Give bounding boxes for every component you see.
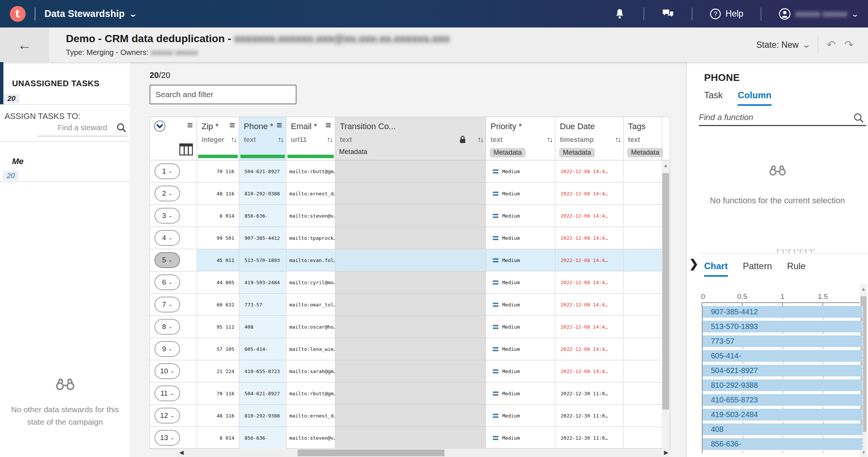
- cell-zip[interactable]: 21 224: [197, 360, 239, 382]
- cell-due-date[interactable]: 2022-12-08 14:4…: [555, 360, 623, 382]
- cell-tags[interactable]: [623, 316, 662, 338]
- cell-phone[interactable]: 907-385-4412: [239, 227, 286, 249]
- column-header-tags[interactable]: TagstextMetadata: [623, 117, 662, 160]
- cell-tags[interactable]: [623, 183, 662, 204]
- cell-due-date[interactable]: 2022-12-08 14:4…: [555, 183, 623, 204]
- cell-tags[interactable]: [623, 205, 662, 227]
- back-button[interactable]: ←: [0, 27, 49, 62]
- tab-chart[interactable]: Chart: [704, 261, 728, 277]
- cell-priority[interactable]: Medium: [486, 338, 555, 360]
- row-badge[interactable]: 13⌄: [154, 430, 180, 446]
- cell-due-date[interactable]: 2022-12-30 11:0…: [555, 405, 623, 427]
- cell-phone[interactable]: 856-636-: [239, 427, 286, 449]
- column-header-due[interactable]: Due Datetimestamp↑↓Metadata: [555, 117, 623, 160]
- cell-priority[interactable]: Medium: [486, 427, 555, 449]
- column-settings-icon[interactable]: [179, 143, 193, 155]
- sort-icon[interactable]: ↑↓: [278, 135, 283, 144]
- cell-zip[interactable]: 70 116: [197, 382, 239, 404]
- sort-icon[interactable]: ↑↓: [547, 135, 552, 144]
- messages-icon[interactable]: [662, 8, 674, 20]
- row-badge[interactable]: 10⌄: [154, 363, 180, 379]
- cell-zip[interactable]: 48 116: [197, 405, 239, 427]
- table-menu-icon[interactable]: ≡: [187, 119, 193, 131]
- cell-tags[interactable]: [623, 382, 662, 404]
- cell-priority[interactable]: Medium: [486, 227, 555, 249]
- cell-due-date[interactable]: 2022-12-08 14:4…: [555, 205, 623, 227]
- cell-priority[interactable]: Medium: [486, 360, 555, 382]
- cell-due-date[interactable]: 2022-12-30 11:0…: [555, 382, 623, 404]
- cell-zip[interactable]: 70 116: [197, 160, 239, 182]
- cell-phone[interactable]: 810-292-9388: [239, 183, 286, 204]
- cell-zip[interactable]: 45 011: [197, 249, 239, 271]
- tab-task[interactable]: Task: [704, 90, 723, 106]
- chart-bar[interactable]: 419-503-2484: [703, 409, 863, 420]
- chart-bar[interactable]: 605-414-: [703, 350, 863, 362]
- cell-priority[interactable]: Medium: [486, 249, 555, 271]
- cell-email[interactable]: mailto:ernest_d…: [286, 405, 335, 427]
- cell-zip[interactable]: 8 014: [197, 427, 239, 449]
- cell-priority[interactable]: Medium: [486, 316, 555, 338]
- cell-priority[interactable]: Medium: [486, 294, 555, 315]
- cell-tags[interactable]: [623, 160, 662, 182]
- column-menu-icon[interactable]: ≡: [326, 119, 331, 131]
- resize-handle[interactable]: [777, 250, 815, 253]
- cell-email[interactable]: mailto:ernest_d…: [286, 183, 335, 204]
- cell-tags[interactable]: [623, 294, 662, 315]
- select-all-dropdown-icon[interactable]: [154, 120, 166, 132]
- help-menu[interactable]: ? Help: [710, 8, 743, 20]
- cell-tags[interactable]: [623, 405, 662, 427]
- cell-phone[interactable]: 773-57: [239, 294, 286, 315]
- scroll-up-icon[interactable]: ▲: [662, 163, 670, 168]
- cell-phone[interactable]: 408: [239, 316, 286, 338]
- row-badge[interactable]: 7⌄: [154, 297, 180, 312]
- sort-icon[interactable]: ↑↓: [615, 135, 620, 144]
- cell-phone[interactable]: 856-636-: [239, 205, 286, 227]
- cell-tags[interactable]: [623, 271, 662, 293]
- cell-priority[interactable]: Medium: [486, 183, 555, 204]
- user-menu[interactable]: xxxxxx xxxxxx ⌄: [779, 8, 858, 20]
- row-badge[interactable]: 9⌄: [154, 341, 180, 357]
- column-header-email[interactable]: Email *≡url11↑↓: [286, 117, 335, 160]
- cell-zip[interactable]: 44 805: [197, 271, 239, 293]
- scroll-down-icon[interactable]: ▼: [860, 449, 867, 455]
- row-badge[interactable]: 8⌄: [154, 319, 180, 335]
- row-badge[interactable]: 4⌄: [154, 230, 180, 246]
- cell-tags[interactable]: [623, 227, 662, 249]
- cell-due-date[interactable]: 2022-12-08 14:4…: [555, 160, 623, 182]
- cell-tags[interactable]: [623, 249, 662, 271]
- cell-email[interactable]: mailto:steven@v…: [286, 427, 335, 449]
- cell-zip[interactable]: 99 501: [197, 227, 239, 249]
- cell-zip[interactable]: 60 632: [197, 294, 239, 315]
- collapse-panel-icon[interactable]: ❯: [689, 257, 698, 270]
- column-menu-icon[interactable]: ≡: [229, 119, 235, 131]
- row-badge[interactable]: 5⌄: [154, 252, 180, 268]
- cell-email[interactable]: mailto:cyril@mo…: [286, 271, 335, 293]
- cell-phone[interactable]: 410-655-8723: [239, 360, 286, 382]
- chart-bar[interactable]: 907-385-4412: [703, 306, 863, 318]
- row-badge[interactable]: 3⌄: [154, 208, 180, 224]
- cell-priority[interactable]: Medium: [486, 205, 555, 227]
- column-header-zip[interactable]: Zip *≡integer↑↓: [197, 117, 239, 160]
- cell-priority[interactable]: Medium: [486, 271, 555, 293]
- chart-bar[interactable]: 856-636-: [703, 438, 863, 450]
- redo-button[interactable]: ↷: [844, 39, 854, 50]
- state-dropdown[interactable]: State: New ⌄: [756, 40, 809, 50]
- cell-tags[interactable]: [623, 427, 662, 449]
- cell-due-date[interactable]: 2022-12-08 14:4…: [555, 227, 623, 249]
- find-function-input[interactable]: [699, 110, 866, 125]
- cell-due-date[interactable]: 2022-12-08 14:4…: [555, 271, 623, 293]
- steward-search-input[interactable]: [38, 120, 127, 136]
- cell-due-date[interactable]: 2022-12-08 14:4…: [555, 338, 623, 360]
- column-header-phone[interactable]: Phone *≡text↑↓: [239, 117, 286, 160]
- cell-email[interactable]: mailto:tpaprock…: [286, 227, 335, 249]
- cell-priority[interactable]: Medium: [486, 405, 555, 427]
- tab-column[interactable]: Column: [738, 90, 771, 106]
- cell-due-date[interactable]: 2022-12-08 14:4…: [555, 294, 623, 315]
- cell-email[interactable]: mailto:oscar@ho…: [286, 316, 335, 338]
- product-switcher[interactable]: Data Stewardship ⌄: [44, 8, 136, 19]
- chart-bar[interactable]: 410-655-8723: [703, 394, 863, 406]
- scroll-left-icon[interactable]: ◀: [179, 449, 184, 456]
- column-menu-icon[interactable]: ≡: [277, 119, 282, 131]
- cell-phone[interactable]: 513-570-1893: [239, 249, 286, 271]
- chart-bar[interactable]: 408: [703, 423, 863, 435]
